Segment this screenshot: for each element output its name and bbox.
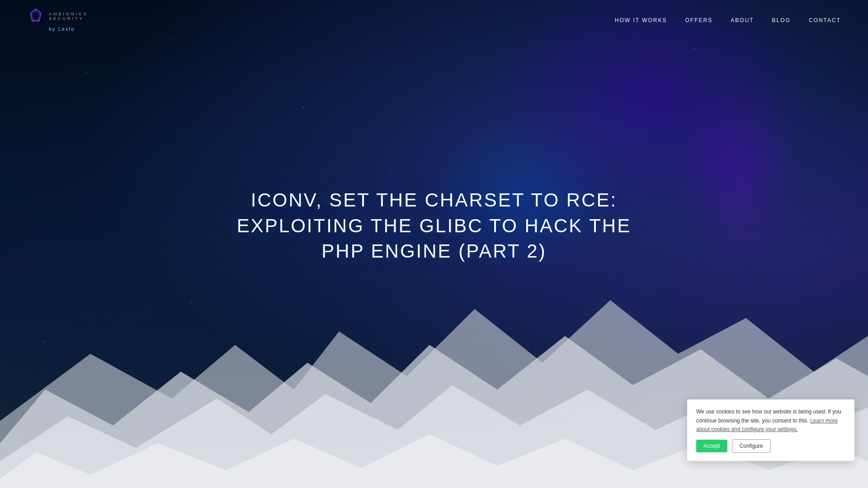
- navbar: AMBIONICS SECURITY by Lexfo HOW IT WORKS…: [0, 0, 868, 40]
- hero-title-area: ICONV, SET THE CHARSET TO RCE: EXPLOITIN…: [222, 178, 646, 273]
- svg-marker-1: [32, 12, 39, 19]
- nav-link-contact[interactable]: CONTACT: [809, 17, 841, 23]
- nav-item-blog[interactable]: BLOG: [772, 16, 791, 24]
- logo-text: AMBIONICS SECURITY: [49, 12, 88, 21]
- nav-item-about[interactable]: ABOUT: [731, 16, 754, 24]
- nav-item-how-it-works[interactable]: HOW IT WORKS: [615, 16, 667, 24]
- nav-link-about[interactable]: ABOUT: [731, 17, 754, 23]
- logo-icon: [27, 8, 44, 25]
- nav-link-how-it-works[interactable]: HOW IT WORKS: [615, 17, 667, 23]
- logo-area: AMBIONICS SECURITY by Lexfo: [27, 8, 88, 32]
- nav-item-contact[interactable]: CONTACT: [809, 16, 841, 24]
- accept-button[interactable]: Accept: [696, 440, 727, 452]
- configure-button[interactable]: Configure: [732, 439, 771, 453]
- nav-links: HOW IT WORKS OFFERS ABOUT BLOG CONTACT: [615, 16, 841, 24]
- cookie-buttons: Accept Configure: [696, 439, 845, 453]
- logo-byline: by Lexfo: [49, 26, 75, 32]
- nav-link-offers[interactable]: OFFERS: [685, 17, 713, 23]
- nav-item-offers[interactable]: OFFERS: [685, 16, 713, 24]
- nav-link-blog[interactable]: BLOG: [772, 17, 791, 23]
- hero-title: ICONV, SET THE CHARSET TO RCE: EXPLOITIN…: [231, 188, 637, 264]
- cookie-banner: We use cookies to see how our website is…: [687, 399, 854, 461]
- cookie-text: We use cookies to see how our website is…: [696, 408, 845, 434]
